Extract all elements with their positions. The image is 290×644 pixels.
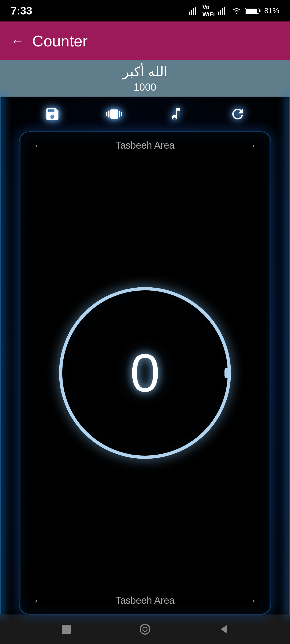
battery-percentage: 81%: [264, 6, 279, 15]
reset-button[interactable]: [230, 106, 246, 122]
tasbeeh-area-label-top: Tasbeeh Area: [115, 140, 175, 151]
vibrate-icon: [106, 106, 122, 122]
svg-rect-1: [191, 10, 192, 15]
svg-rect-6: [222, 8, 223, 15]
main-content: ← Tasbeeh Area → 0 ← Tasbeeh Area →: [0, 97, 290, 614]
page-title: Counter: [32, 32, 88, 50]
arabic-text: الله أكبر: [122, 64, 168, 79]
counter-circle[interactable]: 0: [59, 287, 231, 459]
save-icon: [44, 106, 60, 122]
status-time: 7:33: [11, 5, 32, 17]
svg-point-13: [143, 627, 147, 631]
svg-rect-10: [246, 9, 257, 13]
recents-button[interactable]: [138, 623, 152, 636]
svg-rect-11: [62, 625, 71, 634]
svg-rect-7: [224, 7, 225, 15]
prev-tasbeeh-button[interactable]: ←: [33, 139, 45, 152]
circle-area[interactable]: 0: [19, 159, 271, 587]
battery-icon: [245, 7, 261, 15]
signal2-icon: [218, 7, 228, 15]
music-icon: [168, 106, 184, 122]
counter-display: 0: [130, 342, 160, 404]
back-button-nav[interactable]: [217, 623, 230, 636]
svg-rect-4: [218, 12, 219, 15]
svg-rect-0: [189, 12, 190, 15]
tasbeeh-card[interactable]: ← Tasbeeh Area → 0 ← Tasbeeh Area →: [19, 131, 271, 614]
arabic-section: الله أكبر 1000: [0, 60, 290, 97]
square-icon: [60, 623, 73, 636]
reset-icon: [230, 106, 246, 122]
icon-toolbar: [0, 97, 290, 131]
next-tasbeeh-button-bottom[interactable]: →: [245, 594, 257, 607]
card-nav-top: ← Tasbeeh Area →: [19, 132, 271, 159]
status-bar: 7:33 VoWiFi 81%: [0, 0, 290, 21]
tasbeeh-area-label-bottom: Tasbeeh Area: [115, 595, 175, 606]
svg-rect-5: [220, 10, 221, 15]
circle-icon: [138, 623, 152, 636]
svg-rect-2: [193, 8, 194, 15]
svg-point-12: [140, 624, 150, 634]
svg-rect-9: [259, 9, 260, 12]
save-button[interactable]: [44, 106, 60, 122]
next-tasbeeh-button[interactable]: →: [245, 139, 257, 152]
back-triangle-icon: [217, 623, 230, 636]
card-nav-bottom: ← Tasbeeh Area →: [19, 587, 271, 614]
progress-dot: [224, 368, 230, 378]
prev-tasbeeh-button-bottom[interactable]: ←: [33, 594, 45, 607]
back-button[interactable]: ←: [11, 33, 24, 49]
wifi-icon: [231, 7, 242, 15]
sound-button[interactable]: [168, 106, 184, 122]
signal-icon: [189, 7, 199, 15]
svg-rect-3: [195, 7, 196, 15]
vibrate-button[interactable]: [106, 106, 122, 122]
vo-wifi-label: VoWiFi: [202, 4, 215, 18]
svg-marker-14: [221, 625, 227, 633]
top-bar: ← Counter: [0, 21, 290, 60]
home-button[interactable]: [60, 623, 73, 636]
status-icons: VoWiFi 81%: [189, 4, 279, 18]
count-limit: 1000: [134, 82, 157, 93]
bottom-nav: [0, 614, 290, 644]
